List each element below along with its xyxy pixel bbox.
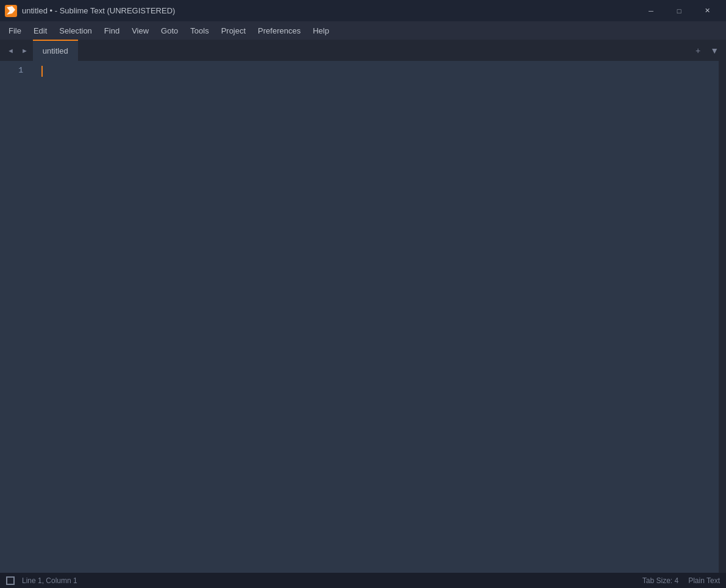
menu-view[interactable]: View bbox=[126, 21, 155, 40]
text-cursor bbox=[41, 66, 43, 77]
tab-nav-next[interactable]: ► bbox=[19, 46, 30, 55]
line-number-1: 1 bbox=[0, 65, 29, 77]
tab-bar: ◄ ► untitled + ▼ bbox=[0, 40, 726, 61]
tab-untitled[interactable]: untitled bbox=[33, 40, 78, 61]
minimize-button[interactable]: ─ bbox=[637, 0, 665, 21]
maximize-button[interactable]: □ bbox=[665, 0, 693, 21]
menu-goto[interactable]: Goto bbox=[155, 21, 184, 40]
menu-selection[interactable]: Selection bbox=[53, 21, 98, 40]
line-numbers: 1 bbox=[0, 61, 37, 573]
menu-find[interactable]: Find bbox=[98, 21, 126, 40]
title-bar-left: untitled • - Sublime Text (UNREGISTERED) bbox=[5, 5, 175, 17]
scrollbar-vertical[interactable] bbox=[719, 61, 726, 573]
tab-nav-prev[interactable]: ◄ bbox=[5, 46, 16, 55]
tab-bar-right: + ▼ bbox=[693, 44, 721, 57]
menu-preferences[interactable]: Preferences bbox=[252, 21, 307, 40]
status-bar-left: Line 1, Column 1 bbox=[6, 576, 77, 585]
tab-size[interactable]: Tab Size: 4 bbox=[642, 576, 678, 585]
close-button[interactable]: ✕ bbox=[693, 0, 721, 21]
status-bar-right: Tab Size: 4 Plain Text bbox=[642, 576, 720, 585]
tab-dropdown-button[interactable]: ▼ bbox=[708, 44, 721, 57]
tab-bar-left: ◄ ► untitled bbox=[5, 40, 78, 61]
editor-line-1 bbox=[41, 65, 714, 77]
menu-bar: File Edit Selection Find View Goto Tools… bbox=[0, 21, 726, 40]
menu-help[interactable]: Help bbox=[307, 21, 335, 40]
menu-tools[interactable]: Tools bbox=[184, 21, 215, 40]
cursor-position[interactable]: Line 1, Column 1 bbox=[22, 576, 77, 585]
window-title: untitled • - Sublime Text (UNREGISTERED) bbox=[22, 6, 175, 15]
menu-project[interactable]: Project bbox=[215, 21, 252, 40]
menu-edit[interactable]: Edit bbox=[27, 21, 53, 40]
status-icon bbox=[6, 576, 15, 585]
window-controls: ─ □ ✕ bbox=[637, 0, 721, 21]
syntax-label[interactable]: Plain Text bbox=[688, 576, 720, 585]
editor-area: 1 bbox=[0, 61, 726, 573]
editor-content[interactable] bbox=[37, 61, 719, 573]
new-tab-button[interactable]: + bbox=[693, 44, 703, 57]
status-bar: Line 1, Column 1 Tab Size: 4 Plain Text bbox=[0, 573, 726, 588]
title-bar: untitled • - Sublime Text (UNREGISTERED)… bbox=[0, 0, 726, 21]
menu-file[interactable]: File bbox=[2, 21, 27, 40]
app-icon bbox=[5, 5, 17, 17]
